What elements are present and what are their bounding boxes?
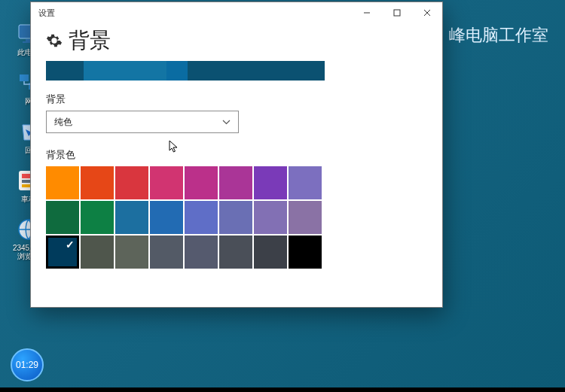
- color-swatch-grid: [46, 166, 427, 269]
- background-preview: [46, 61, 325, 81]
- settings-content: 背景 背景 纯色 背景色: [31, 23, 442, 307]
- color-swatch[interactable]: [115, 166, 148, 199]
- color-swatch[interactable]: [219, 236, 252, 269]
- color-swatch[interactable]: [289, 236, 322, 269]
- color-swatch[interactable]: [46, 166, 79, 199]
- window-titlebar[interactable]: 设置: [31, 2, 442, 23]
- color-swatch[interactable]: [115, 201, 148, 234]
- video-blackbar: [0, 387, 565, 392]
- page-title: 背景: [69, 26, 111, 55]
- window-controls: [352, 2, 442, 23]
- color-swatch[interactable]: [81, 236, 114, 269]
- gear-icon: [46, 32, 63, 49]
- color-swatch[interactable]: [46, 236, 79, 269]
- color-swatch[interactable]: [289, 201, 322, 234]
- window-title: 设置: [38, 8, 55, 19]
- timer-value: 01:29: [16, 360, 38, 370]
- color-swatch[interactable]: [254, 201, 287, 234]
- color-swatch[interactable]: [150, 201, 183, 234]
- color-swatch[interactable]: [150, 166, 183, 199]
- color-swatch[interactable]: [150, 236, 183, 269]
- background-type-dropdown[interactable]: 纯色: [46, 111, 239, 133]
- background-color-label: 背景色: [46, 148, 427, 162]
- timer-badge[interactable]: 01:29: [11, 348, 44, 381]
- watermark-text: 峰电脑工作室: [449, 24, 548, 47]
- color-swatch[interactable]: [115, 236, 148, 269]
- color-swatch[interactable]: [254, 236, 287, 269]
- settings-window: 设置 背景 背景 纯色: [30, 2, 443, 308]
- color-swatch[interactable]: [81, 201, 114, 234]
- close-button[interactable]: [412, 2, 442, 23]
- color-swatch[interactable]: [219, 166, 252, 199]
- svg-rect-11: [394, 10, 400, 16]
- maximize-button[interactable]: [382, 2, 412, 23]
- dropdown-value: 纯色: [54, 116, 72, 129]
- color-swatch[interactable]: [254, 166, 287, 199]
- color-swatch[interactable]: [289, 166, 322, 199]
- color-swatch[interactable]: [219, 201, 252, 234]
- color-swatch[interactable]: [46, 201, 79, 234]
- color-swatch[interactable]: [185, 166, 218, 199]
- chevron-down-icon: [222, 117, 231, 126]
- color-swatch[interactable]: [185, 201, 218, 234]
- background-field-label: 背景: [46, 93, 427, 106]
- color-swatch[interactable]: [185, 236, 218, 269]
- svg-rect-3: [20, 74, 29, 81]
- color-swatch[interactable]: [81, 166, 114, 199]
- minimize-button[interactable]: [352, 2, 382, 23]
